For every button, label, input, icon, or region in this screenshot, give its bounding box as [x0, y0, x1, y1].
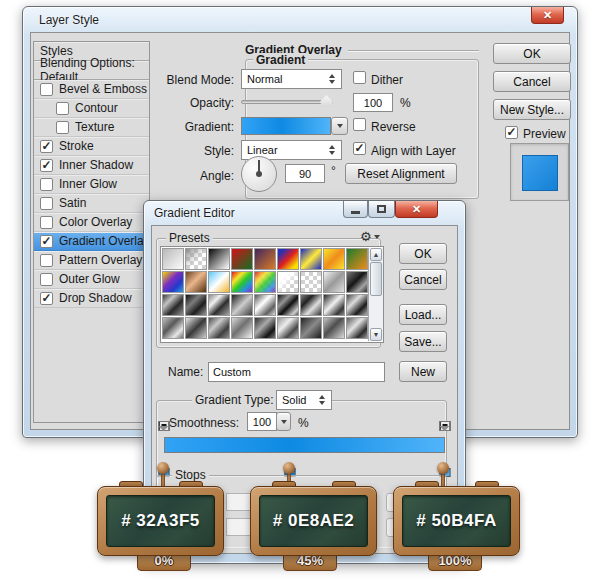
gradient-preset-1[interactable] — [162, 248, 184, 270]
checkbox-unchecked[interactable] — [40, 273, 53, 286]
sidebar-item-pattern-overlay[interactable]: Pattern Overlay — [34, 251, 149, 270]
opacity-value-field[interactable]: 100 — [353, 93, 393, 112]
gradient-preset-36[interactable] — [346, 317, 368, 339]
preview-checkbox[interactable]: ✓ — [505, 126, 518, 139]
reverse-checkbox[interactable] — [353, 118, 366, 131]
sidebar-item-stroke[interactable]: ✓Stroke — [34, 137, 149, 156]
gradient-preset-17[interactable] — [323, 271, 345, 293]
sidebar-item-gradient-overlay[interactable]: ✓Gradient Overlay — [34, 232, 149, 251]
sidebar-item-contour[interactable]: Contour — [34, 99, 149, 118]
gradient-preset-25[interactable] — [300, 294, 322, 316]
gradient-preset-28[interactable] — [162, 317, 184, 339]
gradient-preset-16[interactable] — [300, 271, 322, 293]
close-icon[interactable]: ✕ — [531, 7, 564, 24]
gradient-preset-23[interactable] — [254, 294, 276, 316]
gradient-preset-21[interactable] — [208, 294, 230, 316]
align-with-layer-checkbox[interactable]: ✓ — [353, 142, 366, 155]
ge-load-button[interactable]: Load... — [399, 304, 447, 325]
sidebar-item-color-overlay[interactable]: Color Overlay — [34, 213, 149, 232]
checkbox-unchecked[interactable] — [40, 254, 53, 267]
gradient-preset-19[interactable] — [162, 294, 184, 316]
checkbox-checked[interactable]: ✓ — [40, 235, 53, 248]
gradient-preset-34[interactable] — [300, 317, 322, 339]
gradient-preset-30[interactable] — [208, 317, 230, 339]
checkbox-unchecked[interactable] — [56, 121, 69, 134]
ok-button[interactable]: OK — [493, 43, 571, 64]
sidebar-item-texture[interactable]: Texture — [34, 118, 149, 137]
hex-color-value: # 50B4FA — [416, 511, 497, 531]
ge-ok-button[interactable]: OK — [399, 243, 447, 264]
name-field[interactable]: Custom — [208, 362, 385, 382]
gradient-preset-9[interactable] — [346, 248, 368, 270]
sidebar-item-satin[interactable]: Satin — [34, 194, 149, 213]
new-style-button[interactable]: New Style... — [493, 99, 571, 120]
gradient-preset-22[interactable] — [231, 294, 253, 316]
opacity-percent: % — [400, 96, 411, 110]
gradient-dropdown-button[interactable] — [331, 117, 348, 135]
scroll-down-icon[interactable]: ▼ — [370, 328, 382, 341]
gradient-preset-14[interactable] — [254, 271, 276, 293]
dither-checkbox[interactable] — [353, 71, 366, 84]
gradient-type-select[interactable]: Solid — [276, 390, 332, 410]
close-icon[interactable]: ✕ — [395, 201, 438, 218]
maximize-icon[interactable] — [368, 201, 395, 218]
checkbox-unchecked[interactable] — [56, 102, 69, 115]
sidebar-item-label: Inner Shadow — [59, 158, 133, 172]
gradient-preset-11[interactable] — [185, 271, 207, 293]
gradient-preset-29[interactable] — [185, 317, 207, 339]
gradient-preset-12[interactable] — [208, 271, 230, 293]
gradient-preset-31[interactable] — [231, 317, 253, 339]
reset-alignment-button[interactable]: Reset Alignment — [345, 163, 457, 184]
gradient-preview-bar[interactable] — [164, 437, 445, 453]
checkbox-checked[interactable]: ✓ — [40, 159, 53, 172]
gradient-preset-5[interactable] — [254, 248, 276, 270]
sidebar-item-outer-glow[interactable]: Outer Glow — [34, 270, 149, 289]
ge-cancel-button[interactable]: Cancel — [399, 269, 447, 290]
sidebar-item-blending-options[interactable]: Blending Options: Default — [34, 61, 149, 80]
gradient-preset-8[interactable] — [323, 248, 345, 270]
gradient-preset-15[interactable] — [277, 271, 299, 293]
gradient-preset-4[interactable] — [231, 248, 253, 270]
checkbox-checked[interactable]: ✓ — [40, 292, 53, 305]
gradient-preset-33[interactable] — [277, 317, 299, 339]
gradient-preset-6[interactable] — [277, 248, 299, 270]
sidebar-item-bevel-emboss[interactable]: Bevel & Emboss — [34, 80, 149, 99]
gradient-preset-18[interactable] — [346, 271, 368, 293]
checkbox-checked[interactable]: ✓ — [40, 140, 53, 153]
scrollbar-thumb[interactable] — [370, 262, 382, 296]
blend-mode-select[interactable]: Normal — [241, 69, 342, 89]
ge-save-button[interactable]: Save... — [399, 331, 447, 352]
sidebar-item-label: Stroke — [59, 139, 94, 153]
gradient-preset-32[interactable] — [254, 317, 276, 339]
gradient-preset-10[interactable] — [162, 271, 184, 293]
gradient-preset-2[interactable] — [185, 248, 207, 270]
scroll-up-icon[interactable]: ▲ — [370, 248, 382, 261]
checkbox-unchecked[interactable] — [40, 197, 53, 210]
gradient-swatch[interactable] — [241, 117, 331, 135]
checkbox-unchecked[interactable] — [40, 178, 53, 191]
sidebar-item-inner-glow[interactable]: Inner Glow — [34, 175, 149, 194]
gradient-group-label: Gradient — [253, 53, 308, 67]
angle-value-field[interactable]: 90 — [285, 164, 325, 183]
opacity-slider[interactable] — [241, 100, 333, 104]
gradient-preset-13[interactable] — [231, 271, 253, 293]
screenshot-canvas: Layer Style ✕ Styles Blending Options: D… — [0, 0, 600, 582]
gradient-preset-20[interactable] — [185, 294, 207, 316]
gradient-preset-24[interactable] — [277, 294, 299, 316]
sidebar-item-inner-shadow[interactable]: ✓Inner Shadow — [34, 156, 149, 175]
checkbox-unchecked[interactable] — [40, 83, 53, 96]
gradient-preset-35[interactable] — [323, 317, 345, 339]
gradient-preset-7[interactable] — [300, 248, 322, 270]
minimize-icon[interactable] — [343, 201, 368, 218]
hex-color-board: # 0E8AE2 — [250, 486, 377, 556]
ge-new-button[interactable]: New — [399, 361, 447, 382]
checkbox-unchecked[interactable] — [40, 216, 53, 229]
angle-dial[interactable] — [241, 156, 277, 192]
sidebar-item-drop-shadow[interactable]: ✓Drop Shadow — [34, 289, 149, 308]
presets-menu-button[interactable]: ⚙ — [360, 229, 380, 244]
gradient-preset-26[interactable] — [323, 294, 345, 316]
cancel-button[interactable]: Cancel — [493, 71, 571, 92]
gradient-preset-3[interactable] — [208, 248, 230, 270]
gradient-preset-27[interactable] — [346, 294, 368, 316]
presets-scrollbar[interactable]: ▲ ▼ — [368, 248, 383, 341]
